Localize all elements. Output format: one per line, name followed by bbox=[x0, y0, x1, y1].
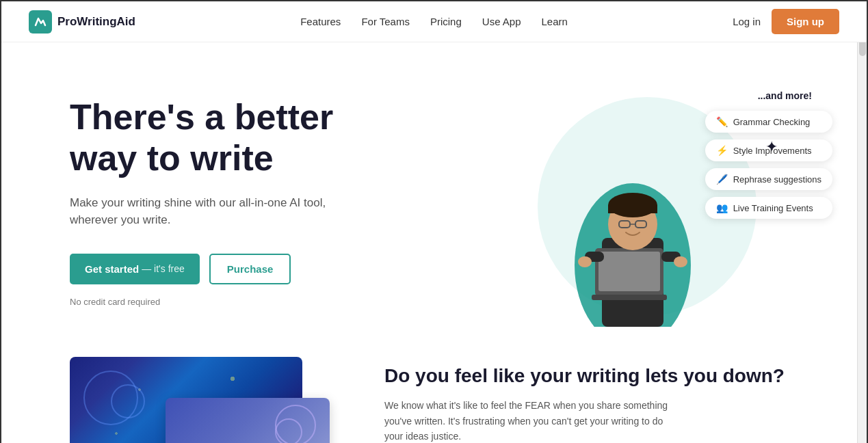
front-image: My idea in my head bbox=[166, 398, 330, 443]
grammar-icon: ✏️ bbox=[716, 116, 728, 127]
get-started-suffix: — it's free bbox=[142, 263, 185, 274]
nav-link-features[interactable]: Features bbox=[300, 16, 341, 27]
feature-pill-rephrase: 🖊️ Rephrase suggestions bbox=[705, 168, 832, 190]
training-label: Live Training Events bbox=[733, 203, 813, 213]
person-illustration bbox=[564, 129, 701, 330]
nav-link-use-app[interactable]: Use App bbox=[482, 16, 521, 27]
more-callout: ...and more! bbox=[758, 90, 812, 101]
scrollbar-track[interactable] bbox=[857, 1, 867, 443]
nav-item-teams[interactable]: For Teams bbox=[361, 16, 410, 28]
hero-title-line2: way to write bbox=[70, 138, 274, 178]
person-svg bbox=[564, 129, 701, 327]
feature-pill-training: 👥 Live Training Events bbox=[705, 197, 832, 219]
get-started-button[interactable]: Get started — it's free bbox=[70, 254, 200, 284]
page-wrapper: ProWritingAid Features For Teams Pricing… bbox=[0, 0, 868, 443]
feature-pills: ✏️ Grammar Checking ⚡ Style Improvements… bbox=[705, 111, 832, 219]
purchase-button[interactable]: Purchase bbox=[209, 254, 291, 284]
hero-title: There's a better way to write bbox=[70, 97, 455, 179]
nav-list: Features For Teams Pricing Use App Learn bbox=[300, 16, 568, 28]
style-icon: ⚡ bbox=[716, 145, 728, 156]
lower-section: My idea in my head Do you feel like your… bbox=[1, 357, 867, 443]
rephrase-icon: 🖊️ bbox=[716, 174, 728, 185]
grammar-label: Grammar Checking bbox=[733, 117, 811, 127]
hero-right: ✏️ Grammar Checking ⚡ Style Improvements… bbox=[455, 83, 840, 330]
svg-point-14 bbox=[674, 256, 687, 267]
lower-body: We know what it's like to feel the FEAR … bbox=[384, 398, 672, 443]
swirl-front-2 bbox=[275, 418, 302, 443]
brand-name: ProWritingAid bbox=[57, 15, 135, 29]
brand-logo-link[interactable]: ProWritingAid bbox=[29, 10, 135, 33]
star-float-icon: ✦ bbox=[765, 138, 778, 156]
training-icon: 👥 bbox=[716, 202, 728, 213]
login-link[interactable]: Log in bbox=[733, 16, 761, 27]
signup-button[interactable]: Sign up bbox=[772, 9, 839, 34]
navbar: ProWritingAid Features For Teams Pricing… bbox=[1, 1, 867, 42]
nav-item-learn[interactable]: Learn bbox=[542, 16, 568, 28]
hero-subtitle: Make your writing shine with our all-in-… bbox=[70, 194, 357, 229]
brand-logo-icon bbox=[29, 10, 52, 33]
svg-point-13 bbox=[578, 256, 592, 267]
rephrase-label: Rephrase suggestions bbox=[733, 174, 821, 185]
hero-title-line1: There's a better bbox=[70, 97, 333, 137]
hero-buttons: Get started — it's free Purchase bbox=[70, 254, 455, 284]
get-started-label: Get started bbox=[85, 263, 139, 275]
logo-svg bbox=[34, 15, 47, 29]
nav-item-features[interactable]: Features bbox=[300, 16, 341, 28]
nav-link-learn[interactable]: Learn bbox=[542, 16, 568, 27]
lower-text: Do you feel like your writing lets you d… bbox=[384, 357, 839, 443]
svg-rect-3 bbox=[599, 252, 660, 291]
hero-left: There's a better way to write Make your … bbox=[70, 83, 455, 307]
lower-heading: Do you feel like your writing lets you d… bbox=[384, 364, 839, 388]
nav-link-pricing[interactable]: Pricing bbox=[430, 16, 462, 27]
svg-rect-7 bbox=[608, 205, 657, 213]
feature-pill-grammar: ✏️ Grammar Checking bbox=[705, 111, 832, 133]
nav-link-teams[interactable]: For Teams bbox=[361, 16, 410, 27]
nav-item-pricing[interactable]: Pricing bbox=[430, 16, 462, 28]
navbar-actions: Log in Sign up bbox=[733, 9, 839, 34]
nav-item-use-app[interactable]: Use App bbox=[482, 16, 521, 28]
swirl-2 bbox=[111, 384, 145, 418]
hero-section: There's a better way to write Make your … bbox=[1, 42, 867, 357]
lower-images: My idea in my head bbox=[70, 357, 330, 443]
svg-rect-4 bbox=[592, 295, 667, 300]
no-credit-card-text: No credit card required bbox=[70, 297, 455, 307]
